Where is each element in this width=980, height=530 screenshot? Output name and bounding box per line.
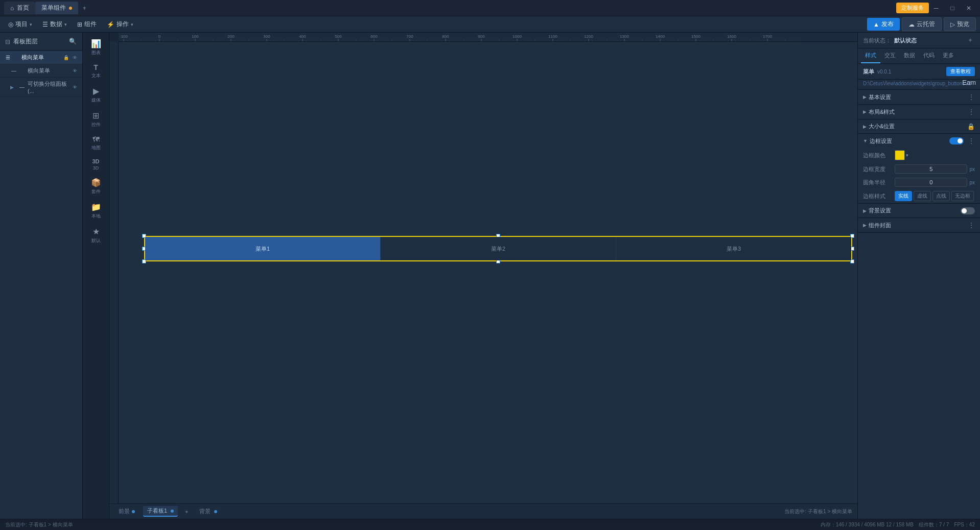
- border-color-label: 边框颜色: [863, 152, 892, 159]
- border-width-value[interactable]: 5: [895, 164, 967, 174]
- tab-interact[interactable]: 交互: [880, 49, 900, 63]
- default-icon: ★: [92, 227, 100, 236]
- layer-actions-child: 👁: [71, 67, 78, 75]
- section-layout-header[interactable]: ▶ 布局&样式 ⋮: [858, 105, 980, 119]
- menu-button-2[interactable]: 菜单2: [381, 237, 616, 260]
- sidebar-item-default[interactable]: ★ 默认: [85, 224, 107, 247]
- active-tab[interactable]: 菜单组件: [35, 2, 78, 14]
- canvas-breadcrumb: 当前选中: 子看板1 > 横向菜单: [784, 508, 852, 515]
- layers-search-button[interactable]: 🔍: [69, 38, 77, 46]
- layer-visibility-button-panel[interactable]: 👁: [71, 84, 78, 91]
- back-tab[interactable]: 背景: [195, 507, 221, 516]
- border-color-swatch[interactable]: [895, 150, 905, 160]
- tab-more[interactable]: 更多: [939, 49, 958, 63]
- main-layout: ⊟ 看板图层 🔍 ☰ 横向菜单 🔒 👁 — 横向菜单 👁 ▶ —: [0, 33, 980, 519]
- sidebar-item-package[interactable]: 📦 套件: [85, 175, 107, 198]
- close-button[interactable]: ✕: [962, 3, 976, 14]
- minimize-button[interactable]: ─: [929, 3, 943, 14]
- menu-project[interactable]: ◎ 项目 ▾: [4, 18, 36, 31]
- layer-visibility-button[interactable]: 👁: [71, 54, 78, 61]
- canvas-content[interactable]: 菜单1 菜单2 菜单3: [119, 42, 857, 503]
- canvas-bottom-right: 当前选中: 子看板1 > 横向菜单: [784, 508, 852, 515]
- svg-text:200: 200: [227, 34, 235, 39]
- layers-header: ⊟ 看板图层 🔍: [0, 33, 82, 51]
- status-components: 组件数：7 / 7: [919, 521, 949, 528]
- section-basic-more[interactable]: ⋮: [968, 93, 975, 101]
- border-style-dashed[interactable]: 虚线: [914, 191, 931, 201]
- cloud-button[interactable]: ☁ 云托管: [902, 17, 942, 31]
- custom-service-button[interactable]: 定制服务: [896, 3, 929, 13]
- add-canvas-button[interactable]: +: [182, 507, 191, 516]
- section-size-header[interactable]: ▶ 大小&位置 🔒: [858, 119, 980, 133]
- section-layout-arrow: ▶: [863, 109, 867, 114]
- menu-widget[interactable]: 菜单1 菜单2 菜单3: [145, 237, 851, 260]
- tutorial-button[interactable]: 查看教程: [946, 67, 975, 76]
- section-basic-header[interactable]: ▶ 基本设置 ⋮: [858, 90, 980, 104]
- sidebar-item-map[interactable]: 🗺 地图: [85, 132, 107, 154]
- menu-bar: ◎ 项目 ▾ ☰ 数据 ▾ ⊞ 组件 ⚡ 操作 ▾ ▲ 发布 ☁ 云托管 ▷ 预…: [0, 16, 980, 33]
- front-tab[interactable]: 前景: [114, 507, 139, 516]
- tab-data[interactable]: 数据: [900, 49, 919, 63]
- sidebar-item-control[interactable]: ⊞ 控件: [85, 108, 107, 131]
- map-icon: 🗺: [92, 135, 100, 143]
- border-style-solid[interactable]: 实线: [895, 191, 912, 201]
- svg-text:1600: 1600: [727, 34, 736, 39]
- section-interface-more[interactable]: ⋮: [968, 221, 975, 229]
- sidebar-item-3d[interactable]: 3D 3D: [85, 155, 107, 174]
- sub-canvas-tab[interactable]: 子看板1: [143, 506, 178, 517]
- svg-text:300: 300: [263, 34, 270, 39]
- eam-label: Eam: [962, 79, 976, 86]
- border-style-none[interactable]: 无边框: [951, 191, 974, 201]
- section-layout-more[interactable]: ⋮: [968, 108, 975, 116]
- menu-button-3[interactable]: 菜单3: [616, 237, 851, 260]
- border-color-picker[interactable]: ▾: [895, 150, 908, 160]
- layer-lock-button[interactable]: 🔒: [62, 54, 69, 61]
- tab-style[interactable]: 样式: [861, 49, 880, 63]
- border-toggle[interactable]: [949, 137, 964, 144]
- tab-code[interactable]: 代码: [919, 49, 939, 63]
- section-interface-header[interactable]: ▶ 组件封面 ⋮: [858, 218, 980, 232]
- menu-actions[interactable]: ⚡ 操作 ▾: [103, 18, 137, 31]
- layer-item-switchable-panel[interactable]: ▶ — 可切换分组面板 (... 👁: [0, 78, 82, 97]
- section-border-more[interactable]: ⋮: [968, 137, 975, 145]
- section-bg-header[interactable]: ▶ 背景设置: [858, 204, 980, 218]
- color-dropdown-arrow: ▾: [906, 153, 908, 158]
- text-icon: T: [94, 63, 98, 71]
- layer-item-horizontal-menu-child[interactable]: — 横向菜单 👁: [0, 64, 82, 78]
- publish-icon: ▲: [873, 21, 879, 28]
- section-size: ▶ 大小&位置 🔒: [858, 119, 980, 134]
- section-bg-title: 背景设置: [869, 207, 959, 214]
- layers-panel: ⊟ 看板图层 🔍 ☰ 横向菜单 🔒 👁 — 横向菜单 👁 ▶ —: [0, 33, 83, 519]
- chart-icon: 📊: [91, 39, 101, 49]
- section-border-header[interactable]: ▼ 边框设置 ⋮: [858, 134, 980, 148]
- menu-components[interactable]: ⊞ 组件: [73, 18, 101, 31]
- right-panel-tabs: 样式 交互 数据 代码 更多: [858, 49, 980, 64]
- layer-icon-panel: —: [18, 84, 26, 91]
- layer-item-horizontal-menu[interactable]: ☰ 横向菜单 🔒 👁: [0, 51, 82, 64]
- layer-label-switchable-panel: 可切换分组面板 (...: [28, 80, 69, 94]
- section-basic-arrow: ▶: [863, 94, 867, 100]
- menu-button-1[interactable]: 菜单1: [145, 237, 381, 260]
- sidebar-item-media[interactable]: ▶ 媒体: [85, 83, 107, 107]
- preview-button[interactable]: ▷ 预览: [944, 17, 976, 31]
- add-tab-button[interactable]: +: [78, 2, 90, 14]
- canvas-widget-container[interactable]: 菜单1 菜单2 菜单3: [144, 236, 852, 261]
- add-state-button[interactable]: +: [966, 36, 975, 45]
- sidebar-item-chart[interactable]: 📊 图表: [85, 36, 107, 59]
- svg-text:900: 900: [478, 34, 485, 39]
- bg-toggle[interactable]: [961, 207, 975, 214]
- home-tab[interactable]: ⌂ 首页: [4, 2, 35, 14]
- border-style-dotted[interactable]: 点线: [932, 191, 950, 201]
- widget-info: 菜单 v0.0.1 查看教程: [858, 64, 980, 80]
- layer-visibility-button-child[interactable]: 👁: [71, 67, 78, 75]
- publish-button[interactable]: ▲ 发布: [867, 18, 900, 31]
- sidebar-item-local[interactable]: 📁 本地: [85, 199, 107, 223]
- actions-arrow-icon: ▾: [131, 22, 133, 27]
- border-radius-value[interactable]: 0: [895, 178, 967, 187]
- size-lock-icon[interactable]: 🔒: [967, 123, 975, 130]
- menu-data[interactable]: ☰ 数据 ▾: [38, 18, 71, 31]
- maximize-button[interactable]: □: [945, 3, 960, 14]
- back-tab-dot: [214, 510, 217, 513]
- sidebar-item-text[interactable]: T 文本: [85, 60, 107, 82]
- svg-text:400: 400: [299, 34, 306, 39]
